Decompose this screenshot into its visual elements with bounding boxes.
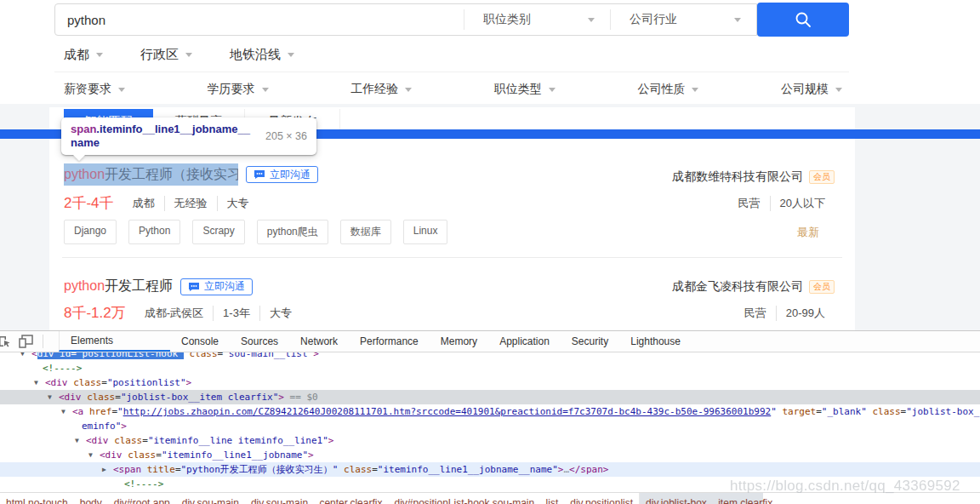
filter-薪资要求[interactable]: 薪资要求 [64,82,125,97]
filter-公司规模[interactable]: 公司规模 [781,82,842,97]
code-token [83,406,89,417]
code-token: > [278,392,284,403]
chat-now-button[interactable]: 立即沟通 [180,278,253,295]
devtools-toolbar: ElementsConsoleSourcesNetworkPerformance… [0,331,980,352]
chevron-down-icon [118,88,125,92]
code-token: <div [59,392,82,403]
devtools-tab-application[interactable]: Application [488,331,561,352]
city-filter-label: 行政区 [140,47,179,63]
code-line[interactable]: ▼<div class="joblist-box__item clearfix"… [0,390,980,404]
skill-tag[interactable]: Linux [403,220,448,244]
filter-学历要求[interactable]: 学历要求 [208,82,269,97]
company-name[interactable]: 成都数维特科技有限公司 [672,169,803,185]
code-line[interactable]: ▼<div class="iteminfo__line1__jobname"> [0,448,980,462]
job-meta: 成都无经验大专 [133,196,249,211]
code-token: "python开发工程师（接收实习生）" [181,464,339,475]
toggle-device-toolbar-icon[interactable] [15,332,37,351]
devtools-tab-elements[interactable]: Elements [59,331,170,352]
elements-tree[interactable]: ▼<div id="positionList-hook" class="sou-… [0,352,980,493]
breadcrumb-item[interactable]: div#positionList-hook.sou-main__list [388,493,564,504]
breadcrumb-item[interactable]: html.no-touch [0,493,74,504]
devtools-tab-network[interactable]: Network [289,331,349,352]
city-filter-成都[interactable]: 成都 [64,47,103,63]
chevron-down-icon [405,88,412,92]
company-name[interactable]: 成都金飞凌科技有限公司 [672,279,803,295]
code-line[interactable]: ▶<span title="python开发工程师（接收实习生）" class=… [0,462,980,477]
city-filter-row: 成都行政区地铁沿线 [64,47,294,63]
devtools-tab-sources[interactable]: Sources [230,331,289,352]
meta-item: 1-3年 [213,306,250,321]
inspect-selector: span.iteminfo__line1__jobname__name [71,123,251,150]
devtools-tab-memory[interactable]: Memory [430,331,488,352]
filter-label: 学历要求 [208,82,255,97]
skill-tag[interactable]: python爬虫 [257,220,328,244]
devtools-tab-console[interactable]: Console [170,331,230,352]
filter-工作经验[interactable]: 工作经验 [350,82,412,97]
chat-now-button[interactable]: 立即沟通 [246,166,318,183]
meta-item: 成都-武侯区 [145,306,203,321]
filter-职位类型[interactable]: 职位类型 [494,82,556,97]
inspected-jobname-highlight[interactable]: python开发工程师（接收实习... [64,163,238,186]
skill-tag[interactable]: Django [64,220,117,244]
search-bar: 职位类别 公司行业 [54,3,757,36]
code-token: "joblist-box_ [906,406,979,417]
industry-select[interactable]: 公司行业 [610,9,756,30]
chevron-down-icon [288,53,294,57]
search-input[interactable] [55,5,464,34]
code-token: <div [45,377,68,388]
breadcrumb-item[interactable]: div#root.app [108,493,176,504]
devtools-tabs: ElementsConsoleSourcesNetworkPerformance… [59,331,692,352]
code-token: "sou-main__list" [223,352,313,359]
salary: 2千-4千 [64,193,114,213]
breadcrumb-item[interactable]: body [74,493,108,504]
breadcrumb-item[interactable]: div.sou-main__center.clearfix [245,493,389,504]
code-line[interactable]: ▼<div class="positionlist"> [0,375,980,390]
code-line[interactable]: ▼<div id="positionList-hook" class="sou-… [0,352,980,361]
search-panel: 职位类别 公司行业 成都行政区地铁沿线 薪资要求学历要求工作经验职位类型公司性质… [0,0,980,104]
code-line[interactable]: ▼<div class="iteminfo__line iteminfo__li… [0,433,980,448]
inspect-element-icon[interactable] [0,332,15,351]
job-row-title: python开发工程师（接收实习... 立即沟通 [64,163,318,186]
city-filter-行政区[interactable]: 行政区 [140,47,192,63]
code-line[interactable]: ▼<a href="http://jobs.zhaopin.com/CZ8942… [0,404,980,419]
city-filter-地铁沿线[interactable]: 地铁沿线 [230,47,294,63]
job-title-rest: 开发工程师 [105,278,173,293]
code-token: div id="positionList-hook" [37,352,184,359]
chevron-down-icon [185,53,192,57]
vip-badge: 会员 [809,170,835,184]
filter-label: 公司规模 [781,82,829,97]
code-token: class [73,377,101,388]
skill-tag[interactable]: Scrapy [192,220,244,244]
job-category-select[interactable]: 职位类别 [464,9,610,30]
filter-label: 职位类型 [494,82,542,97]
devtools-tab-lighthouse[interactable]: Lighthouse [619,331,692,352]
job-title[interactable]: python开发工程师 [64,278,173,295]
breadcrumb-item[interactable]: div.positionlist [564,493,639,504]
code-line[interactable]: <!----> [0,361,980,375]
chevron-down-icon [835,88,842,92]
chevron-down-icon [692,88,698,92]
code-token: > [313,352,319,359]
code-token [141,464,147,475]
code-token: = [175,464,181,475]
devtools-tab-performance[interactable]: Performance [349,331,430,352]
code-token: "iteminfo__line1__jobname__name" [378,464,558,475]
filter-公司性质[interactable]: 公司性质 [637,82,698,97]
expand-arrow-icon: ▼ [75,433,86,448]
industry-label: 公司行业 [630,12,677,27]
chat-bubble-icon [188,282,200,292]
code-line[interactable]: eminfo"> [0,419,980,433]
devtools-tab-security[interactable]: Security [561,331,619,352]
meta-item: 大专 [217,196,249,211]
company-meta-item: 民营 [738,196,761,211]
code-token: class [189,352,217,359]
city-filter-label: 地铁沿线 [230,47,281,63]
search-button[interactable] [757,3,849,37]
skill-tag[interactable]: 数据库 [340,220,391,244]
tooltip-notch [73,155,85,161]
breadcrumb-item[interactable]: div.sou-main [176,493,245,504]
job-row-title: python开发工程师 立即沟通 [64,278,253,295]
skill-tag[interactable]: Python [128,220,180,244]
code-token: <!----> [124,478,163,490]
filter-label: 工作经验 [350,82,398,97]
